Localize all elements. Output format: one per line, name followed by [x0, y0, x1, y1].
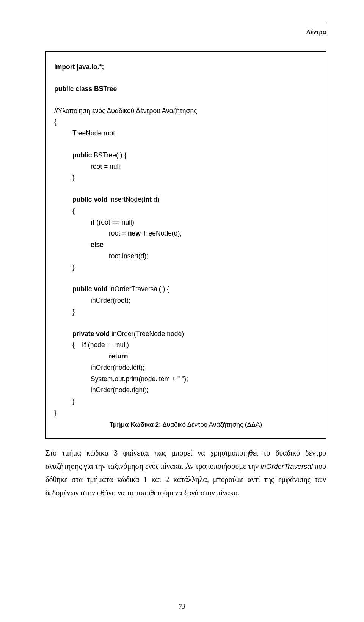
code-trav-sig: public void inOrderTraversal( ) {	[54, 284, 317, 295]
code-inorder-left: inOrder(node.left);	[54, 362, 317, 374]
horizontal-rule	[46, 23, 326, 23]
paragraph: Στο τμήμα κώδικα 3 φαίνεται πως μπορεί ν…	[46, 446, 326, 499]
code-ctor-sig: public BSTree( ) {	[54, 150, 317, 161]
page-number: 73	[0, 603, 364, 611]
code-brace: }	[54, 407, 317, 419]
code-return: return;	[54, 351, 317, 362]
code-if: if (root == null)	[54, 217, 317, 228]
code-import: import java.io.*;	[54, 63, 104, 71]
code-inorder-print: System.out.print(node.item + " ");	[54, 374, 317, 385]
code-brace: }	[54, 306, 317, 318]
code-brace: {	[54, 206, 317, 217]
code-else: else	[54, 239, 317, 251]
code-brace: }	[54, 396, 317, 407]
code-trav-body: inOrder(root);	[54, 295, 317, 306]
code-field: TreeNode root;	[54, 128, 317, 139]
code-brace: }	[54, 262, 317, 273]
code-inorder-right: inOrder(node.right);	[54, 385, 317, 396]
code-comment: //Υλοποίηση ενός Δυαδικού Δέντρου Αναζήτ…	[54, 105, 317, 117]
code-inorder-if: { if (node == null)	[54, 339, 317, 351]
code-insert-sig: public void insertNode(int d)	[54, 194, 317, 206]
chapter-label: Δέντρα	[46, 28, 326, 36]
code-class-decl: public class BSTree	[54, 85, 117, 93]
code-ctor-body: root = null;	[54, 161, 317, 173]
code-caption: Τμήμα Κώδικα 2: Δυαδικό Δέντρο Αναζήτηση…	[54, 419, 317, 430]
code-brace: }	[54, 172, 317, 184]
code-listing: import java.io.*; public class BSTree //…	[46, 51, 326, 439]
code-new: root = new TreeNode(d);	[54, 228, 317, 239]
code-brace: {	[54, 116, 317, 128]
code-else-body: root.insert(d);	[54, 251, 317, 262]
code-inorder-sig: private void inOrder(TreeNode node)	[54, 328, 317, 340]
